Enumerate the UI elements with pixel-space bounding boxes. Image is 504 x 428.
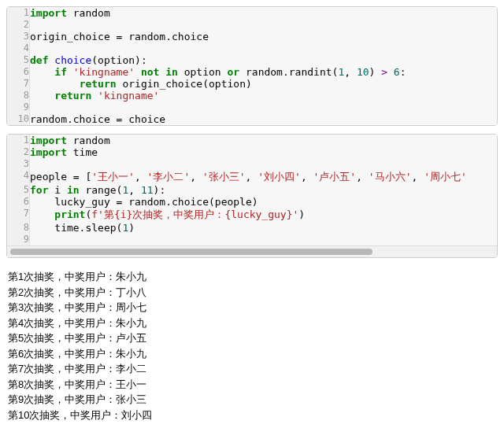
line-number: 8 <box>7 90 30 101</box>
line-number: 5 <box>7 54 30 66</box>
code-content[interactable] <box>30 42 498 54</box>
code-line: 2 <box>7 19 497 31</box>
code-content[interactable]: import time <box>30 146 498 158</box>
line-number: 7 <box>7 78 30 90</box>
code-content[interactable]: import random <box>30 135 498 146</box>
code-content[interactable]: return 'kingname' <box>30 90 498 101</box>
code-line: 1import random <box>7 7 497 19</box>
output-line: 第2次抽奖，中奖用户：丁小八 <box>8 285 496 301</box>
output-line: 第6次抽奖，中奖用户：朱小九 <box>8 346 496 362</box>
line-number: 1 <box>7 135 30 146</box>
code-content[interactable] <box>30 158 498 170</box>
line-number: 4 <box>7 170 30 184</box>
code-line: 9 <box>7 101 497 113</box>
code-line: 4people = ['王小一', '李小二', '张小三', '刘小四', '… <box>7 170 497 184</box>
code-content[interactable] <box>30 19 498 31</box>
line-number: 6 <box>7 196 30 208</box>
code-line: 7 return origin_choice(option) <box>7 78 497 90</box>
code-content[interactable]: people = ['王小一', '李小二', '张小三', '刘小四', '卢… <box>30 170 498 184</box>
output-line: 第8次抽奖，中奖用户：王小一 <box>8 377 496 393</box>
line-number: 2 <box>7 146 30 158</box>
line-number: 8 <box>7 222 30 234</box>
output-pane: 第1次抽奖，中奖用户：朱小九第2次抽奖，中奖用户：丁小八第3次抽奖，中奖用户：周… <box>6 266 498 422</box>
code-content[interactable] <box>30 101 498 113</box>
line-number: 1 <box>7 7 30 19</box>
line-number: 9 <box>7 101 30 113</box>
code-line: 5def choice(option): <box>7 54 497 66</box>
line-number: 7 <box>7 208 30 222</box>
code-block-1: 1import random2 3origin_choice = random.… <box>6 6 498 126</box>
code-content[interactable]: time.sleep(1) <box>30 222 498 234</box>
scrollbar-thumb[interactable] <box>10 249 372 255</box>
code-content[interactable] <box>30 234 498 245</box>
code-line: 4 <box>7 42 497 54</box>
output-line: 第3次抽奖，中奖用户：周小七 <box>8 300 496 315</box>
line-number: 6 <box>7 66 30 78</box>
code-content[interactable]: random.choice = choice <box>30 113 498 125</box>
code-line: 8 time.sleep(1) <box>7 222 497 234</box>
line-number: 9 <box>7 234 30 245</box>
code-line: 2import time <box>7 146 497 158</box>
output-line: 第7次抽奖，中奖用户：李小二 <box>8 361 496 377</box>
line-number: 3 <box>7 31 30 42</box>
code-content[interactable]: return origin_choice(option) <box>30 78 498 90</box>
code-scroll-wrap[interactable]: 1import random2import time3 4people = ['… <box>7 135 497 245</box>
code-line: 3origin_choice = random.choice <box>7 31 497 42</box>
code-line: 7 print(f'第{i}次抽奖，中奖用户：{lucky_guy}') <box>7 208 497 222</box>
line-number: 2 <box>7 19 30 31</box>
code-block-2: 1import random2import time3 4people = ['… <box>6 134 498 258</box>
code-content[interactable]: import random <box>30 7 498 19</box>
line-number: 10 <box>7 113 30 125</box>
code-line: 8 return 'kingname' <box>7 90 497 101</box>
code-line: 9 <box>7 234 497 245</box>
code-table-1: 1import random2 3origin_choice = random.… <box>7 7 497 125</box>
code-content[interactable]: for i in range(1, 11): <box>30 184 498 196</box>
output-line: 第4次抽奖，中奖用户：朱小九 <box>8 315 496 331</box>
code-line: 6 if 'kingname' not in option or random.… <box>7 66 497 78</box>
code-table-2: 1import random2import time3 4people = ['… <box>7 135 497 245</box>
output-line: 第10次抽奖，中奖用户：刘小四 <box>8 408 496 423</box>
code-line: 5for i in range(1, 11): <box>7 184 497 196</box>
output-line: 第1次抽奖，中奖用户：朱小九 <box>8 269 496 285</box>
line-number: 4 <box>7 42 30 54</box>
code-content[interactable]: lucky_guy = random.choice(people) <box>30 196 498 208</box>
code-line: 6 lucky_guy = random.choice(people) <box>7 196 497 208</box>
line-number: 3 <box>7 158 30 170</box>
code-content[interactable]: if 'kingname' not in option or random.ra… <box>30 66 498 78</box>
code-content[interactable]: print(f'第{i}次抽奖，中奖用户：{lucky_guy}') <box>30 208 498 222</box>
output-line: 第5次抽奖，中奖用户：卢小五 <box>8 330 496 346</box>
code-content[interactable]: def choice(option): <box>30 54 498 66</box>
horizontal-scrollbar[interactable] <box>7 245 497 257</box>
code-line: 3 <box>7 158 497 170</box>
code-content[interactable]: origin_choice = random.choice <box>30 31 498 42</box>
output-line: 第9次抽奖，中奖用户：张小三 <box>8 392 496 408</box>
code-line: 10random.choice = choice <box>7 113 497 125</box>
line-number: 5 <box>7 184 30 196</box>
code-line: 1import random <box>7 135 497 146</box>
